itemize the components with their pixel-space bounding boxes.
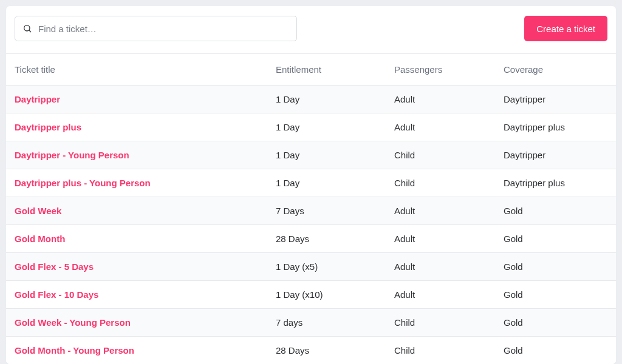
- ticket-title-link[interactable]: Gold Week: [15, 206, 276, 216]
- ticket-entitlement: 7 days: [276, 317, 394, 328]
- ticket-coverage: Daytripper plus: [504, 178, 607, 188]
- ticket-title-link[interactable]: Daytripper - Young Person: [15, 150, 276, 160]
- ticket-coverage: Daytripper: [504, 94, 607, 104]
- table-row: Gold Week - Young Person 7 days Child Go…: [6, 308, 616, 336]
- table-row: Gold Flex - 10 Days 1 Day (x10) Adult Go…: [6, 280, 616, 308]
- ticket-entitlement: 1 Day: [276, 94, 394, 104]
- ticket-passengers: Child: [394, 150, 504, 160]
- ticket-passengers: Child: [394, 345, 504, 356]
- col-entitlement: Entitlement: [276, 64, 394, 75]
- ticket-entitlement: 1 Day (x5): [276, 261, 394, 272]
- table-row: Gold Flex - 5 Days 1 Day (x5) Adult Gold: [6, 252, 616, 280]
- ticket-passengers: Adult: [394, 234, 504, 244]
- ticket-passengers: Adult: [394, 289, 504, 300]
- ticket-entitlement: 1 Day: [276, 122, 394, 132]
- ticket-passengers: Child: [394, 178, 504, 188]
- table-row: Daytripper plus - Young Person 1 Day Chi…: [6, 169, 616, 197]
- col-title: Ticket title: [15, 64, 276, 75]
- table-row: Daytripper - Young Person 1 Day Child Da…: [6, 141, 616, 169]
- search-input[interactable]: [38, 24, 289, 34]
- ticket-coverage: Gold: [504, 206, 607, 216]
- ticket-passengers: Adult: [394, 122, 504, 132]
- svg-point-0: [24, 25, 30, 31]
- ticket-title-link[interactable]: Gold Flex - 10 Days: [15, 289, 276, 300]
- ticket-passengers: Adult: [394, 261, 504, 272]
- ticket-title-link[interactable]: Gold Month: [15, 234, 276, 244]
- ticket-coverage: Daytripper: [504, 150, 607, 160]
- ticket-coverage: Gold: [504, 261, 607, 272]
- col-coverage: Coverage: [504, 64, 607, 75]
- ticket-coverage: Daytripper plus: [504, 122, 607, 132]
- ticket-passengers: Adult: [394, 94, 504, 104]
- table-header: Ticket title Entitlement Passengers Cove…: [6, 53, 616, 85]
- col-passengers: Passengers: [394, 64, 504, 75]
- svg-line-1: [29, 30, 31, 32]
- table-row: Gold Week 7 Days Adult Gold: [6, 197, 616, 224]
- ticket-coverage: Gold: [504, 234, 607, 244]
- table-row: Gold Month 28 Days Adult Gold: [6, 224, 616, 252]
- table-row: Daytripper 1 Day Adult Daytripper: [6, 85, 616, 113]
- toolbar: Create a ticket: [6, 6, 616, 53]
- ticket-title-link[interactable]: Daytripper plus - Young Person: [15, 178, 276, 188]
- ticket-entitlement: 1 Day (x10): [276, 289, 394, 300]
- tickets-card: Create a ticket Ticket title Entitlement…: [6, 6, 616, 364]
- table-row: Gold Month - Young Person 28 Days Child …: [6, 336, 616, 364]
- table-body: Daytripper 1 Day Adult Daytripper Daytri…: [6, 85, 616, 364]
- search-field-wrap[interactable]: [15, 16, 297, 41]
- ticket-entitlement: 28 Days: [276, 345, 394, 356]
- ticket-coverage: Gold: [504, 289, 607, 300]
- ticket-title-link[interactable]: Gold Flex - 5 Days: [15, 261, 276, 272]
- ticket-coverage: Gold: [504, 317, 607, 328]
- ticket-title-link[interactable]: Gold Month - Young Person: [15, 345, 276, 356]
- ticket-entitlement: 28 Days: [276, 234, 394, 244]
- ticket-passengers: Child: [394, 317, 504, 328]
- ticket-title-link[interactable]: Daytripper plus: [15, 122, 276, 132]
- ticket-entitlement: 7 Days: [276, 206, 394, 216]
- search-icon: [22, 24, 32, 33]
- table-row: Daytripper plus 1 Day Adult Daytripper p…: [6, 113, 616, 141]
- ticket-coverage: Gold: [504, 345, 607, 356]
- ticket-title-link[interactable]: Daytripper: [15, 94, 276, 104]
- ticket-passengers: Adult: [394, 206, 504, 216]
- ticket-entitlement: 1 Day: [276, 150, 394, 160]
- ticket-entitlement: 1 Day: [276, 178, 394, 188]
- create-ticket-button[interactable]: Create a ticket: [524, 16, 607, 41]
- ticket-title-link[interactable]: Gold Week - Young Person: [15, 317, 276, 328]
